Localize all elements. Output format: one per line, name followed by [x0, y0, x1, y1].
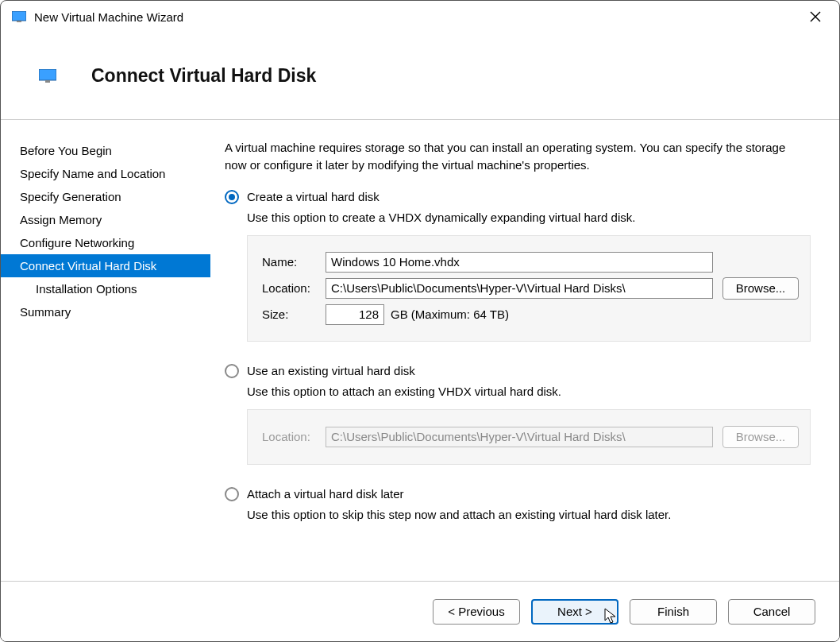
page-title: Connect Virtual Hard Disk	[91, 65, 316, 87]
option-later-desc: Use this option to skip this step now an…	[247, 508, 811, 521]
wizard-steps-sidebar: Before You Begin Specify Name and Locati…	[1, 120, 210, 581]
option-existing-desc: Use this option to attach an existing VH…	[247, 385, 811, 398]
step-installation-options[interactable]: Installation Options	[1, 277, 210, 300]
step-before-you-begin[interactable]: Before You Begin	[1, 139, 210, 162]
create-vhd-panel: Name: Location: Browse... Size: GB (Maxi…	[247, 235, 811, 342]
titlebar: New Virtual Machine Wizard	[1, 1, 839, 33]
option-create-vhd: Create a virtual hard disk Use this opti…	[225, 190, 811, 342]
svg-rect-5	[45, 80, 50, 83]
step-specify-name[interactable]: Specify Name and Location	[1, 162, 210, 185]
option-attach-later: Attach a virtual hard disk later Use thi…	[225, 487, 811, 521]
existing-vhd-panel: Location: Browse...	[247, 409, 811, 465]
svg-rect-4	[39, 69, 56, 80]
window-title: New Virtual Machine Wizard	[34, 10, 183, 24]
previous-button[interactable]: < Previous	[433, 599, 520, 625]
wizard-content: A virtual machine requires storage so th…	[210, 120, 839, 581]
intro-text: A virtual machine requires storage so th…	[225, 139, 796, 174]
size-suffix-text: GB (Maximum: 64 TB)	[391, 307, 509, 321]
step-configure-networking[interactable]: Configure Networking	[1, 231, 210, 254]
app-monitor-icon	[12, 11, 26, 22]
finish-button[interactable]: Finish	[630, 599, 717, 625]
next-button[interactable]: Next >	[531, 599, 618, 625]
browse-existing-button: Browse...	[722, 426, 799, 448]
browse-location-button[interactable]: Browse...	[722, 277, 799, 300]
step-connect-vhd[interactable]: Connect Virtual Hard Disk	[1, 254, 210, 277]
vhd-size-input[interactable]	[326, 304, 384, 325]
existing-location-label: Location:	[262, 430, 326, 443]
option-existing-vhd: Use an existing virtual hard disk Use th…	[225, 364, 811, 465]
option-create-label: Create a virtual hard disk	[247, 190, 380, 203]
vhd-location-input[interactable]	[326, 278, 713, 299]
page-monitor-icon	[39, 69, 56, 83]
radio-attach-later[interactable]	[225, 487, 239, 501]
size-label: Size:	[262, 307, 326, 321]
option-later-label: Attach a virtual hard disk later	[247, 487, 404, 501]
name-label: Name:	[262, 255, 326, 269]
close-button[interactable]	[798, 5, 833, 29]
wizard-footer: < Previous Next > Finish Cancel	[1, 581, 839, 641]
existing-location-input	[326, 427, 713, 447]
svg-rect-0	[12, 11, 26, 21]
step-summary[interactable]: Summary	[1, 300, 210, 323]
vhd-name-input[interactable]	[326, 252, 713, 273]
svg-rect-1	[17, 21, 21, 22]
step-specify-generation[interactable]: Specify Generation	[1, 185, 210, 208]
page-header: Connect Virtual Hard Disk	[1, 33, 839, 120]
cancel-button[interactable]: Cancel	[728, 599, 815, 625]
close-icon	[810, 11, 821, 22]
option-create-desc: Use this option to create a VHDX dynamic…	[247, 211, 811, 224]
radio-create-vhd[interactable]	[225, 190, 239, 204]
radio-existing-vhd[interactable]	[225, 364, 239, 378]
location-label: Location:	[262, 281, 326, 295]
step-assign-memory[interactable]: Assign Memory	[1, 208, 210, 231]
option-existing-label: Use an existing virtual hard disk	[247, 364, 415, 377]
